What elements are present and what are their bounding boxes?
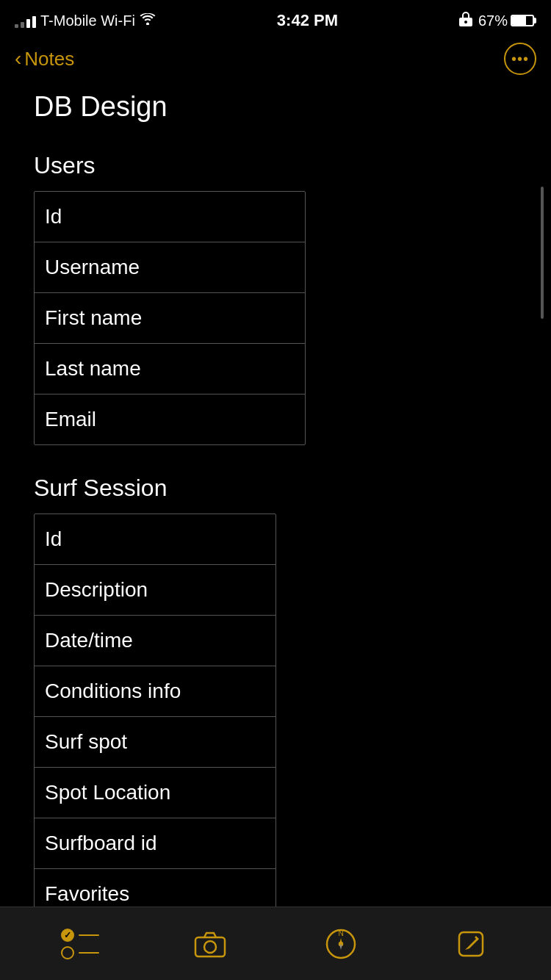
check-empty-circle-icon: [61, 946, 74, 959]
surf-session-section-title: Surf Session: [34, 475, 517, 502]
surf-field-id: Id: [35, 514, 276, 565]
status-right: 67%: [459, 12, 536, 30]
more-button[interactable]: •••: [504, 43, 536, 75]
back-chevron-icon: ‹: [15, 48, 21, 69]
users-section-title: Users: [34, 152, 517, 179]
page-title: DB Design: [34, 91, 517, 123]
users-field-username: Username: [35, 242, 305, 293]
svg-text:N: N: [338, 929, 343, 937]
back-label: Notes: [24, 48, 74, 71]
surf-session-table: Id Description Date/time Conditions info…: [34, 514, 276, 920]
wifi-icon: [140, 13, 156, 29]
camera-icon: [194, 930, 226, 958]
status-left: T-Mobile Wi-Fi: [15, 12, 156, 29]
ellipsis-icon: •••: [511, 51, 529, 68]
surf-field-description: Description: [35, 565, 276, 616]
time-display: 3:42 PM: [277, 11, 338, 30]
edit-icon: [456, 929, 486, 959]
battery-container: 67%: [478, 12, 536, 29]
check-circle-icon: [61, 929, 74, 942]
scrollbar[interactable]: [541, 187, 544, 319]
checklist-icon: [61, 929, 99, 959]
compass-icon: N: [325, 928, 357, 960]
status-bar: T-Mobile Wi-Fi 3:42 PM 67%: [0, 0, 551, 37]
surf-field-surfspot: Surf spot: [35, 717, 276, 768]
svg-point-1: [204, 941, 216, 953]
back-button[interactable]: ‹ Notes: [15, 48, 74, 71]
surf-field-datetime: Date/time: [35, 616, 276, 666]
battery-percent: 67%: [478, 12, 508, 29]
battery-icon: [511, 15, 536, 26]
bottom-toolbar: N: [0, 907, 551, 980]
users-table: Id Username First name Last name Email: [34, 191, 306, 445]
camera-button[interactable]: [188, 922, 232, 966]
surf-field-surfboardid: Surfboard id: [35, 818, 276, 869]
surf-field-conditions: Conditions info: [35, 666, 276, 717]
checklist-button[interactable]: [58, 922, 102, 966]
content-area: DB Design Users Id Username First name L…: [0, 84, 551, 980]
users-field-email: Email: [35, 394, 305, 444]
users-field-id: Id: [35, 192, 305, 242]
compass-button[interactable]: N: [319, 922, 363, 966]
surf-field-spotlocation: Spot Location: [35, 768, 276, 818]
users-field-firstname: First name: [35, 293, 305, 344]
signal-bars-icon: [15, 13, 36, 28]
carrier-text: T-Mobile Wi-Fi: [40, 12, 135, 29]
edit-button[interactable]: [449, 922, 493, 966]
nav-bar: ‹ Notes •••: [0, 37, 551, 84]
users-field-lastname: Last name: [35, 344, 305, 394]
lock-icon: [459, 12, 472, 30]
